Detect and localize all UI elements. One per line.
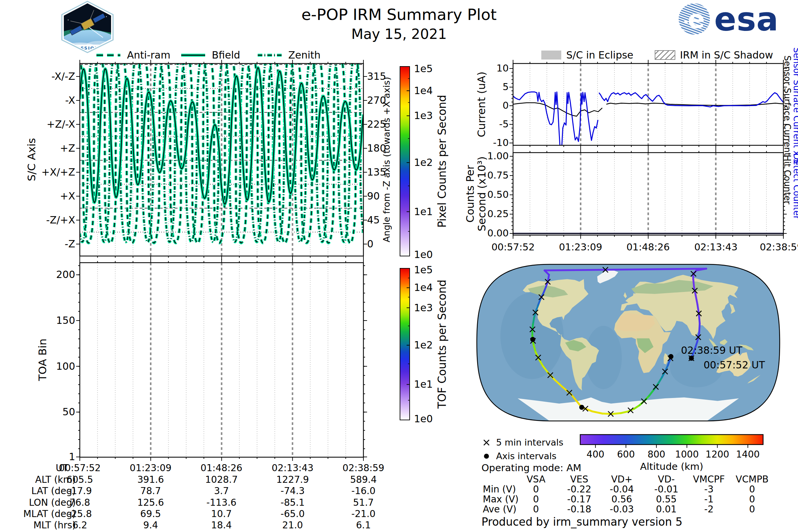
voltage-value: 0 bbox=[533, 494, 539, 505]
voltage-value: -0.22 bbox=[567, 484, 591, 494]
voltage-value: 0 bbox=[533, 484, 539, 494]
legend-eclipse: S/C in Eclipse bbox=[566, 50, 633, 60]
voltage-column-header: VSA bbox=[527, 474, 546, 484]
tof-colorbar-tick: 1e4 bbox=[414, 282, 433, 293]
voltage-value: 0 bbox=[749, 484, 755, 494]
tof-colorbar-tick: 1e2 bbox=[414, 340, 433, 350]
toa-ytick: 50 bbox=[62, 407, 75, 417]
sc-axis-ytick: +Z bbox=[60, 143, 75, 154]
voltage-row-label: Min (V) bbox=[483, 484, 516, 494]
ephemeris-value: -25.8 bbox=[68, 509, 92, 519]
ephemeris-value: 76.8 bbox=[70, 498, 90, 508]
axis-interval-dot bbox=[689, 356, 694, 361]
tof-colorbar-label: TOF Counts per Second bbox=[436, 280, 448, 408]
ephemeris-value: 605.5 bbox=[66, 475, 93, 485]
ephemeris-value: 6.2 bbox=[73, 520, 88, 530]
voltage-value: -0.04 bbox=[610, 484, 634, 494]
legend-axis-intervals: Axis intervals bbox=[496, 451, 557, 461]
ground-track-segment bbox=[693, 279, 694, 287]
voltage-row-label: Max (V) bbox=[483, 494, 519, 505]
tof-colorbar-tick: 1e1 bbox=[414, 379, 433, 390]
ephemeris-value: 02:38:59 bbox=[342, 463, 384, 473]
voltage-value: -0.03 bbox=[610, 505, 634, 514]
ephemeris-value: -74.3 bbox=[281, 486, 305, 496]
ephemeris-value: 51.7 bbox=[353, 498, 374, 508]
ephemeris-value: 10.7 bbox=[211, 509, 232, 519]
voltage-value: 0.56 bbox=[611, 494, 632, 505]
produced-by-footer: Produced by irm_summary version 5 bbox=[481, 516, 682, 528]
voltage-column-header: VD+ bbox=[611, 474, 632, 484]
voltage-value: -2 bbox=[704, 505, 714, 514]
voltage-value: 0.01 bbox=[656, 505, 677, 514]
pixel-colorbar-label: Pixel Counts per Second bbox=[436, 95, 448, 227]
detect-counter-label: Detect Counter bbox=[792, 153, 798, 220]
ephemeris-value: -21.0 bbox=[352, 509, 375, 519]
axis-interval-dot bbox=[668, 354, 673, 359]
altitude-colorbar bbox=[580, 435, 763, 444]
ephemeris-value: 589.4 bbox=[350, 475, 377, 485]
voltage-value: 0 bbox=[533, 505, 539, 514]
map-annotation-end: 02:38:59 UT bbox=[681, 345, 742, 356]
ephemeris-value: 18.4 bbox=[211, 520, 232, 530]
pixel-colorbar-tick: 1e4 bbox=[414, 86, 433, 96]
ephemeris-value: 69.5 bbox=[140, 509, 161, 519]
sc-axis-ytick: -Z/+X bbox=[46, 215, 75, 225]
current-ytick: 10 bbox=[496, 63, 509, 74]
ephemeris-value: 02:13:43 bbox=[272, 463, 314, 473]
counts-ytick: 0.00 bbox=[487, 228, 509, 239]
ephemeris-value: 391.6 bbox=[137, 475, 164, 485]
ephemeris-value: 00:57:52 bbox=[59, 463, 101, 473]
current-ylabel: Current (uA) bbox=[476, 72, 488, 137]
sc-axis-ytick: +Z/-X bbox=[46, 119, 75, 130]
toa-ylabel: TOA Bin bbox=[37, 339, 49, 381]
ephemeris-value: 21.0 bbox=[282, 520, 303, 530]
legend-5min-intervals: 5 min intervals bbox=[496, 438, 563, 447]
operating-mode-label: Operating mode: AM bbox=[481, 463, 581, 473]
legend-zenith: Zenith bbox=[288, 50, 321, 60]
voltage-value: 0 bbox=[749, 494, 755, 505]
toa-ytick: 200 bbox=[56, 269, 75, 280]
pixel-colorbar-tick: 1e3 bbox=[414, 110, 433, 121]
ephemeris-value: 125.6 bbox=[137, 498, 164, 508]
voltage-value: 0.55 bbox=[656, 494, 677, 505]
ephemeris-value: -16.0 bbox=[352, 486, 375, 496]
world-map bbox=[477, 264, 780, 421]
ephemeris-row-label: MLT (hrs) bbox=[33, 520, 76, 530]
toa-ytick: 100 bbox=[56, 361, 75, 372]
voltage-value: -0.17 bbox=[567, 494, 591, 505]
epop-irm-summary-plot: CASSIOPE e-POP IRM Summary Plot May 15, … bbox=[0, 0, 798, 532]
ephemeris-value: 1227.9 bbox=[276, 475, 309, 485]
ephemeris-value: -65.0 bbox=[281, 509, 305, 519]
current-ytick: -5 bbox=[499, 119, 509, 129]
ephemeris-value: 9.4 bbox=[143, 520, 158, 530]
counts-ytick: 0.50 bbox=[487, 190, 509, 200]
sc-axis-ytick: +X/+Z bbox=[41, 167, 75, 177]
ground-track-segment bbox=[612, 413, 621, 414]
counts-ylabel: Counts Per Second (x10³) bbox=[464, 156, 488, 231]
angle-ytick: 45 bbox=[367, 215, 380, 225]
angle-ytick: 90 bbox=[367, 191, 380, 202]
voltage-column-header: VD- bbox=[658, 474, 675, 484]
voltage-value: -1 bbox=[704, 494, 714, 505]
sc-axis-ytick: -Z bbox=[65, 239, 75, 249]
right-time-tick: 01:23:09 bbox=[559, 242, 602, 252]
voltage-row-label: Ave (V) bbox=[483, 505, 516, 514]
right-time-tick: 02:38:59 bbox=[760, 242, 798, 252]
voltage-value: -0.01 bbox=[654, 484, 678, 494]
pixel-colorbar-tick: 1e2 bbox=[414, 157, 433, 168]
axis-interval-dot bbox=[530, 337, 535, 342]
current-ytick: -10 bbox=[493, 138, 509, 148]
voltage-column-header: VMCPF bbox=[693, 474, 725, 484]
current-ytick: 0 bbox=[503, 100, 509, 111]
ground-track-segment bbox=[699, 314, 700, 324]
pixel-counts-colorbar bbox=[400, 66, 410, 256]
voltage-value: -0.18 bbox=[567, 505, 591, 514]
angle-ylabel: Angle from -Z axis (towards +X axis) bbox=[382, 77, 391, 242]
ephemeris-value: 1028.7 bbox=[205, 475, 238, 485]
ephemeris-value: -113.6 bbox=[207, 498, 236, 508]
voltage-column-header: VCMPB bbox=[736, 474, 769, 484]
pixel-colorbar-tick: 1e1 bbox=[414, 206, 433, 217]
current-ytick: 5 bbox=[503, 82, 509, 92]
tof-counts-colorbar bbox=[400, 268, 410, 420]
map-annotation-start: 00:57:52 UT bbox=[704, 360, 765, 370]
